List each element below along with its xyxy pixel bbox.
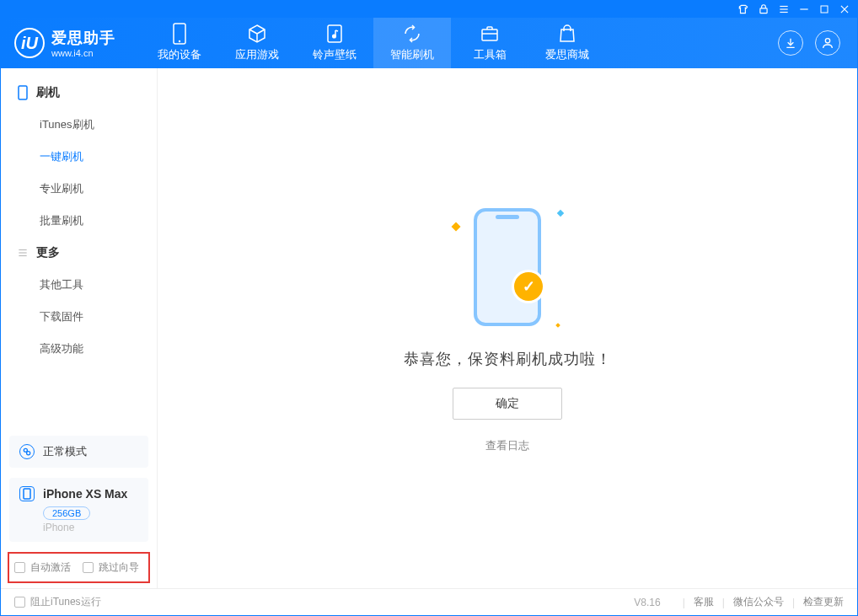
svg-rect-10 [328,25,341,42]
checkbox-icon [83,562,94,573]
check-icon: ✓ [514,272,543,301]
cube-icon [247,24,267,44]
nav-toolbox[interactable]: 工具箱 [451,18,528,68]
sidebar-item-advanced[interactable]: 高级功能 [1,333,157,365]
svg-rect-12 [482,29,497,40]
maximize-icon[interactable] [818,3,830,15]
user-icon[interactable] [815,30,840,56]
header-right [778,30,840,56]
logo-icon: iU [14,28,45,58]
success-message: 恭喜您，保资料刷机成功啦！ [404,349,612,369]
minimize-icon[interactable] [798,3,810,15]
svg-point-9 [179,40,180,42]
logo: iU 爱思助手 www.i4.cn [14,28,115,58]
nav-apps[interactable]: 应用游戏 [218,18,296,68]
sidebar-item-other-tools[interactable]: 其他工具 [1,269,157,301]
header: iU 爱思助手 www.i4.cn 我的设备 应用游戏 铃声壁纸 智能刷机 [1,18,857,68]
nav-flash[interactable]: 智能刷机 [373,18,451,68]
nav-label: 我的设备 [158,47,201,62]
titlebar [1,1,857,18]
tshirt-icon[interactable] [737,3,749,15]
sidebar: 刷机 iTunes刷机 一键刷机 专业刷机 批量刷机 更多 其他工具 下载固件 … [1,68,158,588]
svg-rect-0 [760,8,767,13]
footer-link-wechat[interactable]: 微信公众号 [733,595,784,609]
close-icon[interactable] [839,3,850,15]
option-auto-activate[interactable]: 自动激活 [14,560,71,575]
app-url: www.i4.cn [51,48,115,58]
option-label: 自动激活 [30,560,71,575]
sidebar-item-batch-flash[interactable]: 批量刷机 [1,205,157,237]
download-icon[interactable] [778,30,803,56]
view-log-link[interactable]: 查看日志 [485,438,529,453]
nav: 我的设备 应用游戏 铃声壁纸 智能刷机 工具箱 爱思商城 [141,18,606,68]
svg-rect-20 [24,489,30,499]
app-window: iU 爱思助手 www.i4.cn 我的设备 应用游戏 铃声壁纸 智能刷机 [0,0,858,616]
briefcase-icon [480,24,500,44]
phone-graphic: ✓ [474,208,541,326]
mode-label: 正常模式 [43,444,87,459]
menu-icon[interactable] [778,3,790,15]
footer-link-update[interactable]: 检查更新 [803,595,844,609]
app-name: 爱思助手 [51,28,115,48]
sparkle-icon [451,222,460,231]
sidebar-group-more: 更多 [1,237,157,269]
device-capacity: 256GB [43,506,90,520]
option-label: 跳过向导 [99,560,139,575]
device-name: iPhone XS Max [43,487,127,501]
sidebar-item-itunes-flash[interactable]: iTunes刷机 [1,109,157,141]
svg-point-11 [333,35,336,38]
mode-icon [19,444,35,459]
nav-label: 应用游戏 [235,47,279,62]
body: 刷机 iTunes刷机 一键刷机 专业刷机 批量刷机 更多 其他工具 下载固件 … [1,68,857,588]
device-icon [169,24,190,44]
ok-button[interactable]: 确定 [453,388,562,420]
option-skip-guide[interactable]: 跳过向导 [83,560,139,575]
footer-link-support[interactable]: 客服 [694,595,714,609]
highlighted-options: 自动激活 跳过向导 [8,552,150,583]
option-block-itunes[interactable]: 阻止iTunes运行 [14,595,101,609]
sidebar-item-one-click-flash[interactable]: 一键刷机 [1,141,157,173]
nav-label: 工具箱 [474,47,507,62]
checkbox-icon [14,597,25,608]
sidebar-group-flash: 刷机 [1,77,157,109]
nav-store[interactable]: 爱思商城 [528,18,606,68]
success-illustration: ✓ [457,204,558,330]
checkbox-icon [14,562,25,573]
sidebar-item-download-firmware[interactable]: 下载固件 [1,301,157,333]
device-type: iPhone [43,522,138,533]
svg-rect-5 [821,6,828,13]
version-label: V8.16 [634,597,660,608]
svg-point-13 [825,39,829,43]
nav-label: 智能刷机 [390,47,434,62]
footer: 阻止iTunes运行 V8.16 | 客服 | 微信公众号 | 检查更新 [1,588,857,615]
sparkle-icon [557,209,564,216]
sparkle-icon [555,323,560,328]
nav-label: 爱思商城 [545,47,589,62]
bag-icon [557,24,577,44]
mode-card[interactable]: 正常模式 [9,436,148,468]
nav-ringtones[interactable]: 铃声壁纸 [296,18,373,68]
device-card[interactable]: iPhone XS Max 256GB iPhone [9,478,148,542]
nav-my-device[interactable]: 我的设备 [141,18,218,68]
device-icon [19,486,35,501]
svg-point-19 [27,452,30,455]
option-label: 阻止iTunes运行 [30,595,101,609]
main: ✓ 恭喜您，保资料刷机成功啦！ 确定 查看日志 [158,68,857,588]
lock-icon[interactable] [758,3,770,15]
main-content: ✓ 恭喜您，保资料刷机成功啦！ 确定 查看日志 [158,68,857,588]
sidebar-item-pro-flash[interactable]: 专业刷机 [1,173,157,205]
group-label: 刷机 [36,85,60,100]
list-icon [16,246,29,260]
sync-icon [402,24,422,44]
phone-icon [16,86,29,99]
nav-label: 铃声壁纸 [313,47,357,62]
group-label: 更多 [36,245,60,260]
music-file-icon [324,24,345,44]
svg-rect-14 [19,86,27,99]
